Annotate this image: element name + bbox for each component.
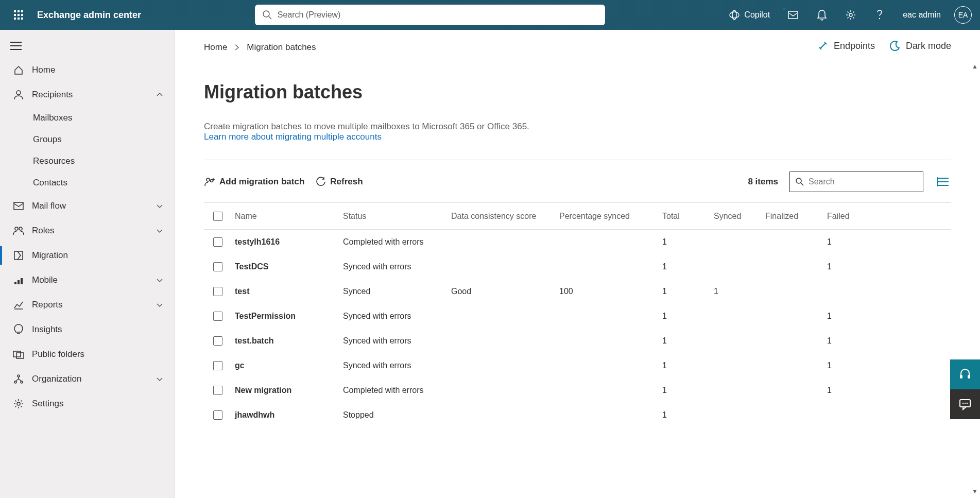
sidebar-item-roles[interactable]: Roles <box>0 218 175 243</box>
row-checkbox[interactable] <box>213 410 222 420</box>
table-body: testylh1616Completed with errors11TestDC… <box>204 230 951 427</box>
svg-rect-0 <box>14 10 16 12</box>
table-row[interactable]: gcSynced with errors11 <box>204 353 951 378</box>
col-status[interactable]: Status <box>343 212 451 221</box>
learn-more-link[interactable]: Learn more about migrating multiple acco… <box>204 132 382 142</box>
sidebar-item-label: Mail flow <box>32 201 156 211</box>
cell-failed: 1 <box>827 386 879 395</box>
table-row[interactable]: test.batchSynced with errors11 <box>204 329 951 353</box>
sidebar-item-groups[interactable]: Groups <box>33 129 175 150</box>
column-options-button[interactable] <box>935 174 951 190</box>
col-name[interactable]: Name <box>235 212 343 221</box>
table-search[interactable] <box>789 171 923 192</box>
question-icon <box>874 9 885 21</box>
sidebar-item-organization[interactable]: Organization <box>0 367 175 391</box>
mobile-icon <box>11 275 26 285</box>
row-checkbox[interactable] <box>213 262 222 271</box>
settings-button[interactable] <box>841 6 861 24</box>
gear-icon <box>845 9 856 21</box>
message-icon <box>787 9 799 21</box>
chevron-down-icon <box>156 277 163 284</box>
row-checkbox[interactable] <box>213 312 222 321</box>
cell-name: New migration <box>235 386 343 395</box>
avatar[interactable]: EA <box>954 6 972 24</box>
notifications-button[interactable] <box>812 6 832 24</box>
sidebar-item-insights[interactable]: Insights <box>0 317 175 342</box>
copilot-button[interactable]: Copilot <box>725 6 774 24</box>
add-migration-batch-button[interactable]: Add migration batch <box>204 177 304 187</box>
app-launcher-button[interactable] <box>8 5 29 25</box>
svg-point-21 <box>15 227 18 230</box>
sidebar: Home Recipients Mailboxes Groups Resourc… <box>0 30 175 498</box>
row-checkbox[interactable] <box>213 386 222 395</box>
cell-failed: 1 <box>827 312 879 321</box>
sidebar-item-home[interactable]: Home <box>0 58 175 82</box>
sidebar-item-mailboxes[interactable]: Mailboxes <box>33 107 175 129</box>
cell-name: jhawdhwh <box>235 410 343 420</box>
dark-mode-button[interactable]: Dark mode <box>889 40 951 51</box>
row-checkbox[interactable] <box>213 237 222 247</box>
table-row[interactable]: testSyncedGood10011 <box>204 279 951 304</box>
table-row[interactable]: jhawdhwhStopped1 <box>204 403 951 427</box>
svg-rect-7 <box>18 18 20 20</box>
sidebar-item-public-folders[interactable]: Public folders <box>0 342 175 367</box>
table-row[interactable]: testylh1616Completed with errors11 <box>204 230 951 254</box>
svg-point-30 <box>18 375 20 377</box>
svg-rect-8 <box>21 18 23 20</box>
table-row[interactable]: TestPermissionSynced with errors11 <box>204 304 951 329</box>
sidebar-toggle[interactable] <box>0 34 175 58</box>
col-dcs[interactable]: Data consistency score <box>451 212 559 221</box>
search-icon <box>795 177 804 186</box>
sidebar-item-migration[interactable]: Migration <box>0 243 175 268</box>
chevron-down-icon <box>156 301 163 308</box>
sidebar-item-resources[interactable]: Resources <box>33 150 175 172</box>
cell-total: 1 <box>662 336 714 346</box>
reports-icon <box>11 300 26 310</box>
table-row[interactable]: TestDCSSynced with errors11 <box>204 254 951 279</box>
organization-icon <box>11 374 26 384</box>
svg-point-22 <box>19 227 22 230</box>
columns-icon <box>937 177 949 186</box>
sidebar-item-label: Roles <box>32 226 156 236</box>
support-button[interactable] <box>950 359 980 389</box>
cell-failed: 1 <box>827 361 879 370</box>
cell-status: Synced with errors <box>343 361 451 370</box>
row-checkbox[interactable] <box>213 336 222 346</box>
sidebar-item-mailflow[interactable]: Mail flow <box>0 194 175 218</box>
svg-point-31 <box>14 381 16 383</box>
mail-icon <box>11 202 26 210</box>
feedback-button[interactable] <box>950 389 980 419</box>
breadcrumb-home[interactable]: Home <box>204 42 227 53</box>
help-button[interactable] <box>870 6 889 24</box>
person-icon <box>11 90 26 100</box>
col-total[interactable]: Total <box>662 212 714 221</box>
search-input[interactable] <box>255 5 605 25</box>
messages-button[interactable] <box>783 6 803 24</box>
col-synced[interactable]: Synced <box>714 212 765 221</box>
sidebar-item-mobile[interactable]: Mobile <box>0 268 175 293</box>
main-content: Home Migration batches Endpoints Dark mo… <box>175 30 980 498</box>
svg-rect-26 <box>21 278 23 284</box>
chevron-down-icon <box>156 227 163 234</box>
refresh-button[interactable]: Refresh <box>316 177 363 187</box>
row-checkbox[interactable] <box>213 361 222 370</box>
sidebar-item-recipients[interactable]: Recipients <box>0 82 175 107</box>
breadcrumb-current: Migration batches <box>247 42 316 53</box>
select-all-checkbox[interactable] <box>213 212 222 221</box>
endpoints-button[interactable]: Endpoints <box>817 40 875 51</box>
sidebar-item-reports[interactable]: Reports <box>0 293 175 317</box>
item-count: 8 items <box>748 177 778 187</box>
page-actions: Endpoints Dark mode <box>817 40 951 51</box>
col-pct[interactable]: Percentage synced <box>559 212 662 221</box>
col-failed[interactable]: Failed <box>827 212 879 221</box>
table-search-input[interactable] <box>809 177 918 186</box>
row-checkbox[interactable] <box>213 287 222 296</box>
sidebar-item-settings[interactable]: Settings <box>0 391 175 416</box>
table-row[interactable]: New migrationCompleted with errors11 <box>204 378 951 403</box>
col-finalized[interactable]: Finalized <box>765 212 827 221</box>
home-icon <box>11 65 26 75</box>
sidebar-item-contacts[interactable]: Contacts <box>33 172 175 194</box>
cell-status: Synced with errors <box>343 262 451 271</box>
user-name[interactable]: eac admin <box>899 7 945 23</box>
cell-status: Completed with errors <box>343 237 451 247</box>
